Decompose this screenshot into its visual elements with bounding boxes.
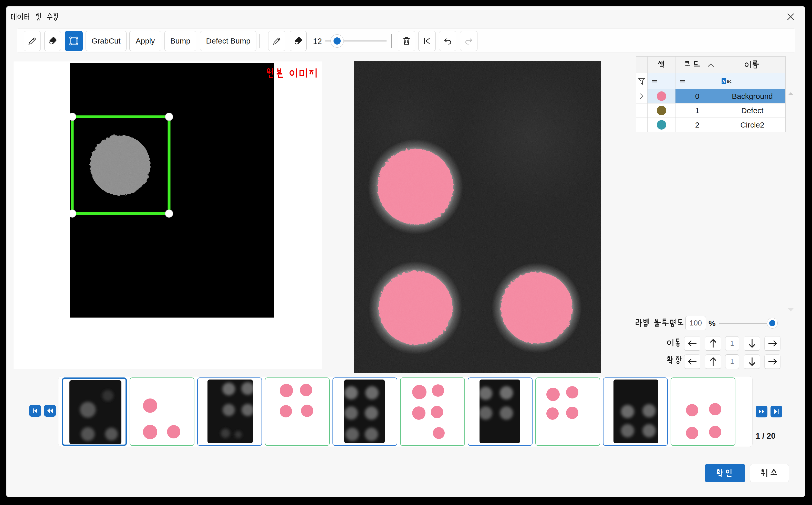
svg-text:A: A bbox=[722, 79, 725, 84]
svg-text:BC: BC bbox=[727, 79, 732, 83]
